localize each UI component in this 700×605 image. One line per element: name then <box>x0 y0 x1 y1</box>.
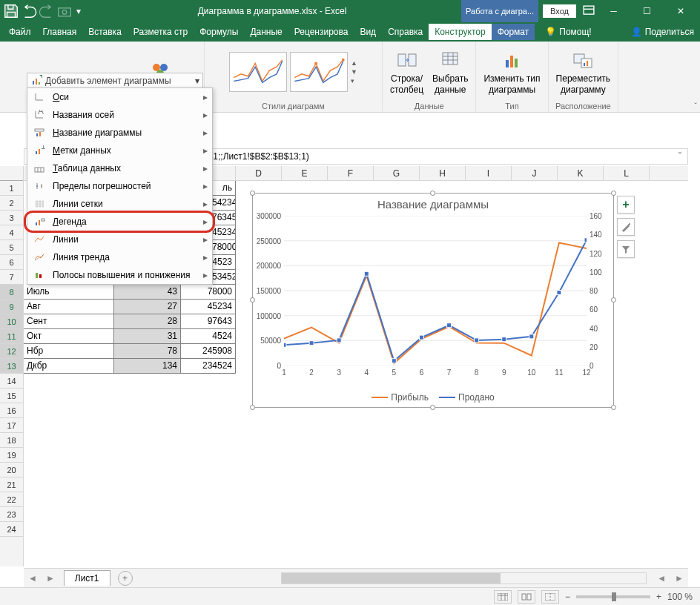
menu-item-6[interactable]: Линии сетки▸ <box>27 195 212 213</box>
plot-area[interactable]: 0500001000001500002000002500003000000204… <box>284 216 587 366</box>
row-header[interactable]: 14 <box>0 374 23 389</box>
switch-row-col-button[interactable]: Строка/ столбец <box>387 47 426 96</box>
row-header[interactable]: 4 <box>0 225 23 240</box>
close-button[interactable]: ✕ <box>664 0 697 22</box>
chart-styles-icon[interactable] <box>617 218 635 236</box>
cell[interactable]: 134 <box>114 359 181 374</box>
tab-review[interactable]: Рецензирова <box>288 24 354 40</box>
zoom-in-icon[interactable]: + <box>656 592 661 602</box>
cell[interactable]: 43 <box>114 285 181 300</box>
tab-layout[interactable]: Разметка стр <box>128 24 194 40</box>
row-header[interactable]: 20 <box>0 463 23 477</box>
add-sheet-icon[interactable]: + <box>118 571 133 586</box>
camera-icon[interactable] <box>56 3 73 19</box>
row-header[interactable]: 15 <box>0 389 23 403</box>
add-chart-element-button[interactable]: + Добавить элемент диаграммы ▾ <box>27 73 203 89</box>
col-header[interactable]: K <box>558 166 604 180</box>
row-header[interactable]: 3 <box>0 211 23 225</box>
col-header[interactable]: F <box>328 166 374 180</box>
style-thumb-2[interactable] <box>290 52 348 92</box>
row-header[interactable]: 7 <box>0 270 23 285</box>
sheet-tab-active[interactable]: Лист1 <box>64 570 110 586</box>
maximize-button[interactable]: ☐ <box>630 0 664 22</box>
login-button[interactable]: Вход <box>543 4 576 18</box>
row-header[interactable]: 13 <box>0 359 23 374</box>
row-header[interactable]: 10 <box>0 314 23 329</box>
row-header[interactable]: 24 <box>0 522 23 537</box>
style-thumb-1[interactable] <box>229 52 287 92</box>
zoom-out-icon[interactable]: − <box>565 592 570 602</box>
col-header[interactable]: G <box>374 166 420 180</box>
save-icon[interactable] <box>3 3 19 19</box>
row-header[interactable]: 19 <box>0 448 23 463</box>
menu-item-8[interactable]: Линии▸ <box>27 231 212 248</box>
col-header[interactable]: L <box>604 166 650 180</box>
row-header[interactable]: 11 <box>0 329 23 344</box>
tab-design[interactable]: Конструктор <box>429 24 491 40</box>
cell[interactable]: 27 <box>114 300 181 314</box>
tab-formulas[interactable]: Формулы <box>194 24 244 40</box>
menu-item-9[interactable]: Линия тренда▸ <box>27 248 212 266</box>
cell[interactable]: 4524 <box>181 329 236 344</box>
move-chart-button[interactable]: Переместить диаграмму <box>553 47 614 96</box>
cell[interactable]: 97643 <box>181 314 236 329</box>
row-header[interactable]: 1 <box>0 181 23 196</box>
horizontal-scrollbar[interactable] <box>281 572 647 584</box>
cell[interactable]: 78000 <box>209 240 236 255</box>
cell[interactable]: Дкбр <box>24 359 114 374</box>
chart-title[interactable]: Название диаграммы <box>253 198 613 211</box>
expand-formula-bar-icon[interactable]: ˇ <box>673 151 687 162</box>
row-header[interactable]: 17 <box>0 418 23 433</box>
cell[interactable]: Июль <box>24 285 114 300</box>
cell[interactable]: Авг <box>24 300 114 314</box>
tab-format[interactable]: Формат <box>492 24 535 40</box>
col-header[interactable]: D <box>236 166 282 180</box>
col-header[interactable]: I <box>466 166 512 180</box>
menu-item-0[interactable]: Оси▸ <box>27 88 212 106</box>
page-break-view-icon[interactable] <box>541 590 559 604</box>
scroll-left-icon[interactable]: ◄ <box>653 573 670 583</box>
row-header[interactable]: 18 <box>0 433 23 448</box>
menu-item-4[interactable]: Таблица данных▸ <box>27 159 212 177</box>
row-header[interactable]: 21 <box>0 477 23 492</box>
page-layout-view-icon[interactable] <box>518 590 535 604</box>
chart-elements-icon[interactable]: + <box>617 196 635 214</box>
row-header[interactable]: 16 <box>0 403 23 418</box>
tab-insert[interactable]: Вставка <box>82 24 128 40</box>
chart-filter-icon[interactable] <box>617 240 635 258</box>
cell[interactable]: 54234 <box>209 196 236 211</box>
tab-view[interactable]: Вид <box>354 24 382 40</box>
redo-icon[interactable] <box>39 3 55 19</box>
cell[interactable]: Сент <box>24 314 114 329</box>
sheet-nav-prev-icon[interactable]: ◄ <box>24 573 42 583</box>
zoom-slider[interactable] <box>576 595 650 598</box>
cell[interactable]: ль <box>209 181 236 196</box>
row-header[interactable]: 12 <box>0 344 23 359</box>
cell[interactable]: Окт <box>24 329 114 344</box>
menu-item-10[interactable]: Полосы повышения и понижения▸ <box>27 266 212 284</box>
select-data-button[interactable]: Выбрать данные <box>429 47 471 96</box>
row-header[interactable]: 8 <box>0 285 23 300</box>
row-header[interactable]: 22 <box>0 492 23 507</box>
col-header[interactable]: E <box>282 166 328 180</box>
cell[interactable]: 78 <box>114 344 181 359</box>
tab-data[interactable]: Данные <box>244 24 288 40</box>
share-button[interactable]: 👤 Поделиться <box>625 24 700 40</box>
formula-input[interactable] <box>139 149 673 164</box>
tab-file[interactable]: Файл <box>3 24 37 40</box>
cell[interactable]: 76345 <box>209 211 236 225</box>
row-header[interactable]: 5 <box>0 240 23 255</box>
cell[interactable]: 4523 <box>209 255 236 270</box>
tab-help[interactable]: Справка <box>382 24 429 40</box>
cell[interactable]: 45234 <box>209 225 236 240</box>
menu-item-5[interactable]: Пределы погрешностей▸ <box>27 177 212 195</box>
cell[interactable]: 245908 <box>181 344 236 359</box>
scroll-right-icon[interactable]: ► <box>670 573 688 583</box>
zoom-level[interactable]: 100 % <box>667 592 693 602</box>
ribbon-display-icon[interactable] <box>581 3 597 19</box>
row-header[interactable]: 2 <box>0 196 23 211</box>
embedded-chart[interactable]: Название диаграммы 050000100000150000200… <box>252 193 614 408</box>
change-chart-type-button[interactable]: Изменить тип диаграммы <box>481 47 543 96</box>
undo-icon[interactable] <box>21 3 37 19</box>
menu-item-1[interactable]: AНазвания осей▸ <box>27 106 212 124</box>
